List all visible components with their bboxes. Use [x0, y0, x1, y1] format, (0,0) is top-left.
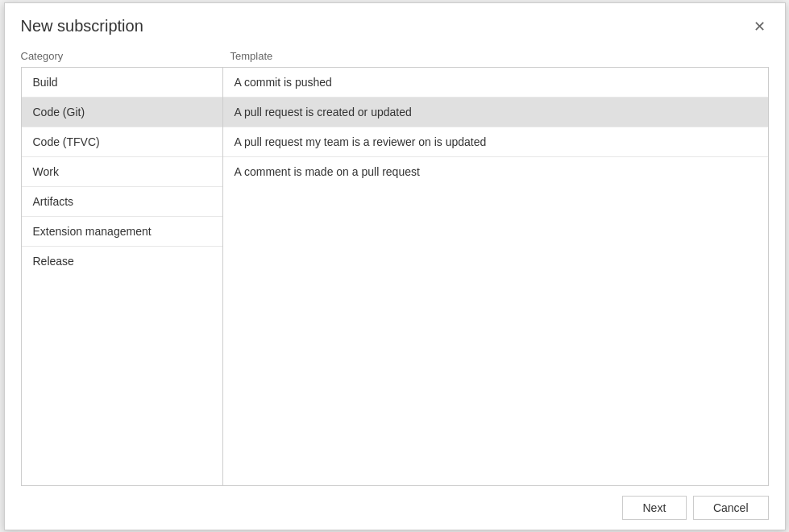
template-item-pull-request-reviewer[interactable]: A pull request my team is a reviewer on … — [223, 127, 768, 157]
category-item-extension-management[interactable]: Extension management — [22, 217, 222, 247]
columns-content: BuildCode (Git)Code (TFVC)WorkArtifactsE… — [21, 67, 769, 486]
template-item-pull-request-created[interactable]: A pull request is created or updated — [223, 98, 768, 127]
template-item-commit-pushed[interactable]: A commit is pushed — [223, 68, 768, 98]
template-list: A commit is pushedA pull request is crea… — [223, 68, 768, 485]
category-item-artifacts[interactable]: Artifacts — [22, 187, 222, 217]
dialog-body: Category Template BuildCode (Git)Code (T… — [5, 44, 785, 486]
template-column-header: Template — [222, 50, 769, 62]
category-item-release[interactable]: Release — [22, 247, 222, 276]
next-button[interactable]: Next — [622, 496, 687, 520]
columns-header: Category Template — [21, 44, 769, 67]
template-item-comment-pull-request[interactable]: A comment is made on a pull request — [223, 157, 768, 186]
category-item-build[interactable]: Build — [22, 68, 222, 98]
close-button[interactable]: ✕ — [750, 16, 769, 37]
category-list: BuildCode (Git)Code (TFVC)WorkArtifactsE… — [22, 68, 223, 485]
new-subscription-dialog: New subscription ✕ Category Template Bui… — [4, 2, 786, 530]
dialog-footer: Next Cancel — [5, 486, 785, 530]
dialog-header: New subscription ✕ — [5, 3, 785, 44]
category-item-work[interactable]: Work — [22, 157, 222, 187]
category-item-code-git[interactable]: Code (Git) — [22, 98, 222, 127]
cancel-button[interactable]: Cancel — [693, 496, 769, 520]
category-column-header: Category — [21, 50, 222, 62]
category-item-code-tfvc[interactable]: Code (TFVC) — [22, 127, 222, 157]
dialog-title: New subscription — [21, 17, 143, 35]
